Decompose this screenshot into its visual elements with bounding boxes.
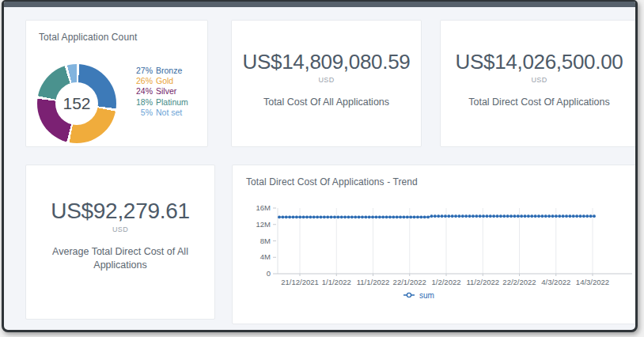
donut-legend: 27%Bronze26%Gold24%Silver18%Platinum5%No… — [132, 66, 188, 118]
tile-title: Total Application Count — [26, 21, 207, 43]
svg-text:1/2/2022: 1/2/2022 — [432, 278, 461, 286]
direct-cost-value: US$14,026,500.00 — [455, 50, 623, 74]
trend-line-chart[interactable]: 21/12/20211/1/202211/1/202222/1/20221/2/… — [233, 197, 638, 308]
tile-average-direct-cost[interactable]: US$92,279.61 USD Average Total Direct Co… — [25, 165, 215, 320]
donut-legend-item[interactable]: 27%Bronze — [132, 66, 188, 76]
metric-label: Average Total Direct Cost of All Applica… — [33, 245, 207, 272]
currency-label: USD — [531, 76, 547, 84]
svg-text:12M: 12M — [256, 220, 271, 229]
currency-label: USD — [318, 76, 334, 84]
metric-label: Total Cost Of All Applications — [263, 96, 389, 109]
svg-text:11/1/2022: 11/1/2022 — [357, 278, 390, 286]
svg-text:1/1/2022: 1/1/2022 — [322, 278, 351, 286]
tile-total-cost[interactable]: US$14,809,080.59 USD Total Cost Of All A… — [231, 20, 422, 147]
browser-chrome-bar — [4, 2, 635, 7]
svg-text:11/2/2022: 11/2/2022 — [466, 278, 499, 286]
tile-total-application-count[interactable]: Total Application Count 152 27%Bronze26%… — [25, 20, 208, 147]
svg-text:sum: sum — [419, 291, 434, 300]
dashboard-content: Total Application Count 152 27%Bronze26%… — [4, 7, 635, 330]
donut-legend-item[interactable]: 26%Gold — [132, 76, 188, 86]
svg-text:14/3/2022: 14/3/2022 — [576, 278, 609, 286]
svg-text:21/12/2021: 21/12/2021 — [281, 278, 319, 286]
donut-legend-item[interactable]: 18%Platinum — [132, 97, 188, 108]
app-window-frame: Total Application Count 152 27%Bronze26%… — [2, 0, 638, 332]
trend-legend-sum[interactable]: sum — [403, 291, 434, 300]
donut-chart[interactable]: 152 — [37, 64, 116, 143]
svg-text:4M: 4M — [260, 252, 271, 261]
donut-center-value: 152 — [63, 94, 90, 113]
svg-text:16M: 16M — [256, 203, 271, 212]
donut-legend-item[interactable]: 24%Silver — [132, 86, 188, 97]
donut-legend-item[interactable]: 5%Not set — [132, 108, 188, 118]
metric-label: Total Direct Cost Of Applications — [468, 96, 610, 109]
tile-total-direct-cost[interactable]: US$14,026,500.00 USD Total Direct Cost O… — [440, 20, 638, 147]
currency-label: USD — [112, 225, 128, 233]
donut-hole: 152 — [55, 82, 98, 125]
svg-text:22/2/2022: 22/2/2022 — [502, 278, 536, 286]
svg-text:4/3/2022: 4/3/2022 — [541, 278, 570, 286]
total-cost-value: US$14,809,080.59 — [242, 50, 410, 74]
avg-cost-value: US$92,279.61 — [51, 199, 189, 224]
tile-title: Total Direct Cost Of Applications - Tren… — [233, 165, 638, 187]
svg-text:22/1/2022: 22/1/2022 — [393, 278, 426, 286]
svg-text:0: 0 — [267, 269, 271, 278]
tile-direct-cost-trend[interactable]: Total Direct Cost Of Applications - Tren… — [232, 165, 638, 324]
svg-text:8M: 8M — [260, 237, 271, 245]
